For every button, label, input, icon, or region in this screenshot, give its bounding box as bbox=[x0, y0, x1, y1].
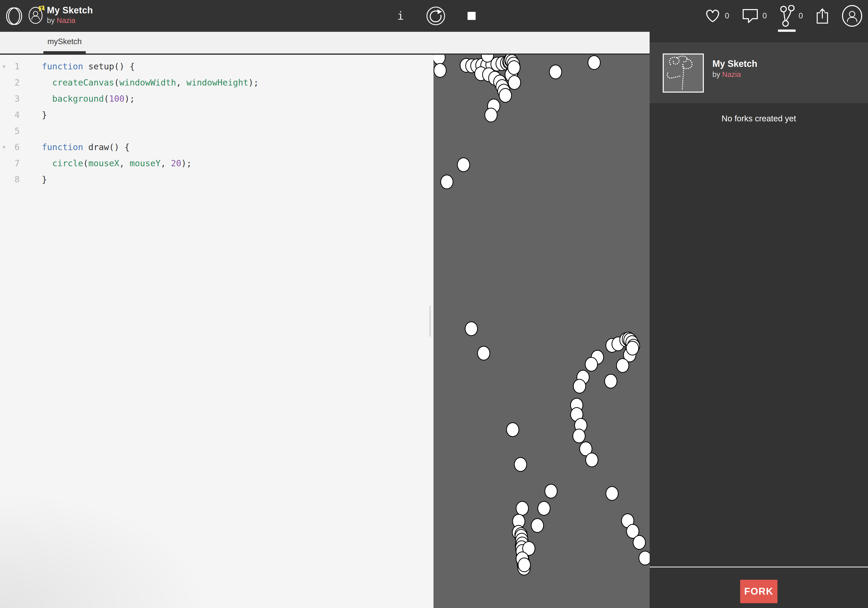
tab-mysketch[interactable]: mySketch bbox=[43, 32, 86, 53]
run-controls: i bbox=[397, 0, 476, 32]
code-text[interactable]: } bbox=[30, 110, 47, 120]
trail-circle bbox=[616, 358, 629, 373]
code-line[interactable]: 3 background(100); bbox=[0, 91, 434, 107]
code-text[interactable]: createCanvas(windowWidth, windowHeight); bbox=[30, 78, 259, 88]
code-line[interactable]: 2 createCanvas(windowWidth, windowHeight… bbox=[0, 74, 434, 91]
panel-title-block: My Sketch by Nazia bbox=[712, 58, 757, 79]
trail-circle bbox=[544, 484, 558, 498]
info-icon[interactable]: i bbox=[397, 10, 404, 22]
profile-button[interactable] bbox=[842, 5, 862, 27]
code-line[interactable]: ▼6function draw() { bbox=[0, 139, 434, 155]
editor-scrollbar[interactable] bbox=[429, 306, 431, 337]
sketch-info-band: My Sketch by Nazia bbox=[649, 42, 868, 103]
panel-author-name[interactable]: Nazia bbox=[722, 70, 741, 79]
trail-circle bbox=[549, 65, 562, 79]
author-prefix: by bbox=[47, 16, 57, 25]
trail-circle bbox=[484, 108, 498, 123]
code-text[interactable]: } bbox=[30, 174, 47, 185]
line-gutter: 2 bbox=[0, 78, 30, 88]
restart-button[interactable] bbox=[426, 6, 445, 25]
panel-sketch-author: by Nazia bbox=[712, 70, 757, 79]
likes-count: 0 bbox=[725, 11, 729, 20]
forks-active-indicator bbox=[778, 29, 796, 32]
trail-circle bbox=[531, 518, 544, 533]
stop-icon bbox=[468, 12, 476, 20]
trail-circle bbox=[573, 379, 586, 394]
trail-circle bbox=[633, 535, 646, 550]
fold-arrow-icon[interactable]: ▼ bbox=[3, 64, 5, 69]
panel-footer: FORK bbox=[649, 567, 868, 608]
sketch-title-block: My Sketch by Nazia bbox=[47, 5, 93, 25]
code-text[interactable]: circle(mouseX, mouseY, 20); bbox=[30, 158, 192, 168]
line-number: 3 bbox=[0, 94, 20, 104]
code-text[interactable]: background(100); bbox=[30, 94, 135, 104]
trail-circle bbox=[507, 60, 521, 75]
forks-count: 0 bbox=[799, 11, 803, 20]
header-actions: 0 0 0 bbox=[705, 0, 862, 32]
panel-sketch-title: My Sketch bbox=[712, 58, 757, 70]
line-gutter: ▼6 bbox=[0, 142, 30, 152]
trail-circle bbox=[508, 75, 521, 90]
restart-icon bbox=[426, 6, 445, 25]
header-bar: My Sketch by Nazia i 0 bbox=[0, 0, 868, 32]
line-gutter: 7 bbox=[0, 158, 30, 168]
openprocessing-app: My Sketch by Nazia i 0 bbox=[0, 0, 868, 608]
sketch-title: My Sketch bbox=[47, 5, 93, 16]
author-avatar[interactable] bbox=[28, 6, 44, 25]
trail-circle bbox=[639, 551, 649, 565]
trail-circle bbox=[516, 501, 529, 516]
trail-circle bbox=[440, 175, 453, 189]
author-name[interactable]: Nazia bbox=[57, 16, 75, 25]
trail-circle bbox=[572, 429, 586, 443]
trail-circle bbox=[457, 157, 470, 172]
trail-circle bbox=[518, 558, 531, 572]
trail-circle bbox=[604, 374, 617, 389]
code-line[interactable]: ▼1function setup() { bbox=[0, 58, 434, 74]
editor-tabbar: mySketch bbox=[0, 32, 649, 55]
line-gutter: 8 bbox=[0, 174, 30, 185]
trail-circle bbox=[499, 88, 512, 103]
trail-circle bbox=[587, 55, 601, 70]
panel-author-prefix: by bbox=[712, 70, 722, 79]
trail-circle bbox=[465, 321, 478, 336]
no-forks-message: No forks created yet bbox=[649, 114, 868, 123]
profile-icon bbox=[842, 5, 862, 27]
trail-circle bbox=[585, 357, 598, 372]
share-button[interactable] bbox=[815, 8, 829, 24]
trail-circle bbox=[506, 422, 519, 437]
trail-circle bbox=[514, 457, 527, 472]
trail-circle bbox=[434, 63, 446, 78]
comment-icon bbox=[742, 8, 758, 23]
share-icon bbox=[815, 8, 829, 24]
trail-circle bbox=[537, 501, 550, 516]
sketch-thumbnail[interactable] bbox=[663, 53, 704, 93]
thumbnail-drawing bbox=[664, 54, 703, 92]
comments-stat[interactable]: 0 bbox=[742, 0, 767, 32]
trail-circle bbox=[585, 453, 598, 467]
line-number: 2 bbox=[0, 78, 20, 88]
line-number: 4 bbox=[0, 110, 20, 120]
code-editor[interactable]: ▼1function setup() {2 createCanvas(windo… bbox=[0, 55, 434, 608]
trail-circle bbox=[606, 486, 618, 501]
code-line[interactable]: 5 bbox=[0, 123, 434, 139]
sketch-author: by Nazia bbox=[47, 16, 93, 25]
code-text[interactable]: function setup() { bbox=[30, 61, 135, 71]
forks-panel: My Sketch by Nazia No forks created yet … bbox=[649, 32, 868, 608]
fork-button[interactable]: FORK bbox=[740, 580, 778, 603]
likes-stat[interactable]: 0 bbox=[705, 0, 729, 32]
code-line[interactable]: 7 circle(mouseX, mouseY, 20); bbox=[0, 155, 434, 171]
forks-stat[interactable]: 0 bbox=[780, 0, 803, 32]
fold-arrow-icon[interactable]: ▼ bbox=[3, 144, 5, 150]
code-text[interactable]: function draw() { bbox=[30, 142, 130, 152]
fork-icon bbox=[780, 5, 795, 27]
line-gutter: 4 bbox=[0, 110, 30, 120]
trail-circle bbox=[626, 341, 639, 355]
heart-icon bbox=[705, 9, 721, 23]
code-line[interactable]: 4} bbox=[0, 107, 434, 123]
openprocessing-logo[interactable] bbox=[6, 7, 22, 25]
line-gutter: 3 bbox=[0, 94, 30, 104]
stop-button[interactable] bbox=[468, 12, 476, 20]
line-number: 7 bbox=[0, 158, 20, 168]
code-line[interactable]: 8} bbox=[0, 171, 434, 188]
sketch-canvas[interactable] bbox=[434, 55, 649, 608]
